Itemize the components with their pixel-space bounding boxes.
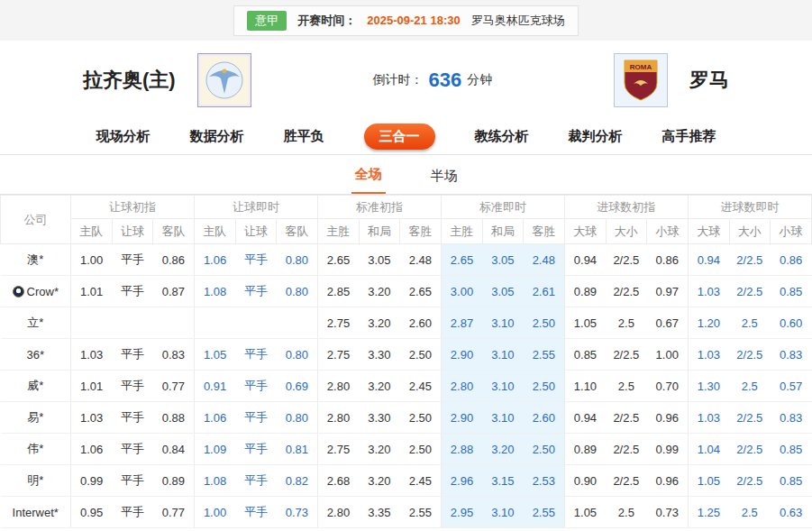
tab-win-draw-lose[interactable]: 胜平负: [284, 128, 324, 145]
odds-cell[interactable]: 2.55: [524, 339, 565, 371]
company-cell[interactable]: 澳*: [1, 244, 71, 276]
odds-cell[interactable]: 平手: [235, 339, 277, 371]
odds-cell[interactable]: 2/2.5: [606, 339, 647, 371]
odds-cell[interactable]: 0.83: [153, 339, 195, 371]
tab-expert-picks[interactable]: 高手推荐: [662, 128, 716, 145]
odds-cell[interactable]: 2.5: [729, 371, 771, 402]
odds-cell[interactable]: 3.20: [359, 276, 400, 307]
odds-cell[interactable]: 平手: [235, 276, 277, 307]
odds-cell[interactable]: 2.5: [729, 307, 771, 339]
odds-cell[interactable]: 2.50: [524, 371, 565, 402]
odds-cell[interactable]: 2.80: [317, 402, 359, 434]
odds-cell[interactable]: 3.20: [359, 307, 400, 339]
odds-cell[interactable]: 1.03: [688, 276, 729, 307]
odds-cell[interactable]: 1.03: [71, 339, 113, 371]
odds-cell[interactable]: 1.05: [564, 497, 606, 528]
odds-cell[interactable]: 2.90: [441, 402, 482, 434]
odds-cell[interactable]: 1.06: [194, 402, 235, 434]
odds-cell[interactable]: 0.84: [153, 434, 195, 465]
odds-cell[interactable]: 2/2.5: [729, 402, 771, 434]
odds-cell[interactable]: 2.65: [400, 276, 442, 307]
odds-cell[interactable]: 1.08: [194, 465, 235, 497]
odds-cell[interactable]: [153, 307, 195, 339]
odds-cell[interactable]: 3.05: [482, 276, 524, 307]
odds-cell[interactable]: 1.00: [647, 339, 689, 371]
odds-cell[interactable]: 0.89: [564, 434, 606, 465]
odds-cell[interactable]: 0.80: [277, 339, 318, 371]
odds-cell[interactable]: 0.96: [647, 402, 689, 434]
odds-cell[interactable]: 2.5: [729, 497, 771, 528]
odds-cell[interactable]: 0.83: [771, 339, 812, 371]
odds-cell[interactable]: 3.10: [482, 497, 524, 528]
odds-cell[interactable]: 平手: [235, 434, 277, 465]
odds-cell[interactable]: 0.94: [564, 402, 606, 434]
odds-cell[interactable]: 0.80: [277, 244, 318, 276]
odds-cell[interactable]: 1.25: [688, 497, 729, 528]
odds-cell[interactable]: 0.94: [564, 244, 606, 276]
odds-cell[interactable]: 3.15: [482, 465, 524, 497]
odds-cell[interactable]: 2.65: [441, 244, 482, 276]
odds-cell[interactable]: 2.65: [317, 244, 359, 276]
odds-cell[interactable]: 2.53: [524, 465, 565, 497]
odds-cell[interactable]: 0.77: [153, 371, 195, 402]
odds-cell[interactable]: 2.45: [400, 465, 442, 497]
odds-cell[interactable]: 2/2.5: [606, 434, 647, 465]
odds-cell[interactable]: 2/2.5: [729, 244, 771, 276]
odds-cell[interactable]: 1.08: [194, 276, 235, 307]
odds-cell[interactable]: 3.10: [482, 371, 524, 402]
odds-cell[interactable]: 2.88: [441, 434, 482, 465]
odds-cell[interactable]: 0.73: [647, 497, 689, 528]
odds-cell[interactable]: 0.99: [647, 434, 689, 465]
odds-cell[interactable]: 2.55: [524, 497, 565, 528]
odds-cell[interactable]: 2/2.5: [606, 402, 647, 434]
odds-cell[interactable]: 平手: [112, 276, 153, 307]
tab-data-analysis[interactable]: 数据分析: [190, 128, 244, 145]
odds-cell[interactable]: 0.88: [153, 402, 195, 434]
odds-cell[interactable]: 2.87: [441, 307, 482, 339]
odds-cell[interactable]: 3.20: [359, 371, 400, 402]
company-cell[interactable]: Crow*: [1, 276, 71, 307]
odds-cell[interactable]: 1.03: [688, 339, 729, 371]
odds-cell[interactable]: 0.94: [688, 244, 729, 276]
odds-cell[interactable]: 0.90: [564, 465, 606, 497]
tab-referee-analysis[interactable]: 裁判分析: [569, 128, 623, 145]
odds-cell[interactable]: 2.45: [400, 371, 442, 402]
odds-cell[interactable]: 1.30: [688, 371, 729, 402]
odds-cell[interactable]: 1.03: [688, 402, 729, 434]
odds-cell[interactable]: 0.83: [771, 402, 812, 434]
odds-cell[interactable]: 2.75: [317, 307, 359, 339]
odds-cell[interactable]: 2.50: [400, 339, 442, 371]
odds-cell[interactable]: 平手: [235, 371, 277, 402]
odds-cell[interactable]: 2.48: [400, 244, 442, 276]
company-cell[interactable]: 36*: [1, 339, 71, 371]
odds-cell[interactable]: 1.00: [194, 497, 235, 528]
odds-cell[interactable]: 0.85: [564, 339, 606, 371]
odds-cell[interactable]: 平手: [235, 465, 277, 497]
odds-cell[interactable]: 平手: [112, 434, 153, 465]
odds-cell[interactable]: 1.03: [71, 402, 113, 434]
odds-cell[interactable]: 2.60: [400, 307, 442, 339]
odds-cell[interactable]: 0.97: [647, 276, 689, 307]
odds-cell[interactable]: 2.80: [317, 497, 359, 528]
odds-cell[interactable]: 0.89: [153, 465, 195, 497]
odds-cell[interactable]: 0.96: [647, 465, 689, 497]
odds-cell[interactable]: 3.05: [359, 244, 400, 276]
odds-cell[interactable]: 1.05: [564, 307, 606, 339]
odds-cell[interactable]: 1.06: [71, 434, 113, 465]
odds-cell[interactable]: 2.90: [441, 339, 482, 371]
odds-cell[interactable]: 0.81: [277, 434, 318, 465]
odds-cell[interactable]: 3.30: [359, 339, 400, 371]
odds-cell[interactable]: 2.75: [317, 339, 359, 371]
odds-cell[interactable]: [112, 307, 153, 339]
odds-cell[interactable]: 0.63: [771, 497, 812, 528]
odds-cell[interactable]: 2.48: [524, 244, 565, 276]
odds-cell[interactable]: 3.20: [359, 465, 400, 497]
odds-cell[interactable]: 3.05: [482, 244, 524, 276]
odds-cell[interactable]: 平手: [235, 497, 277, 528]
tab-coach-analysis[interactable]: 教练分析: [475, 128, 529, 145]
subtab-full-match[interactable]: 全场: [351, 157, 386, 194]
odds-cell[interactable]: 3.10: [482, 339, 524, 371]
odds-cell[interactable]: 0.85: [771, 465, 812, 497]
odds-cell[interactable]: 1.01: [71, 371, 113, 402]
odds-cell[interactable]: 2/2.5: [729, 465, 771, 497]
